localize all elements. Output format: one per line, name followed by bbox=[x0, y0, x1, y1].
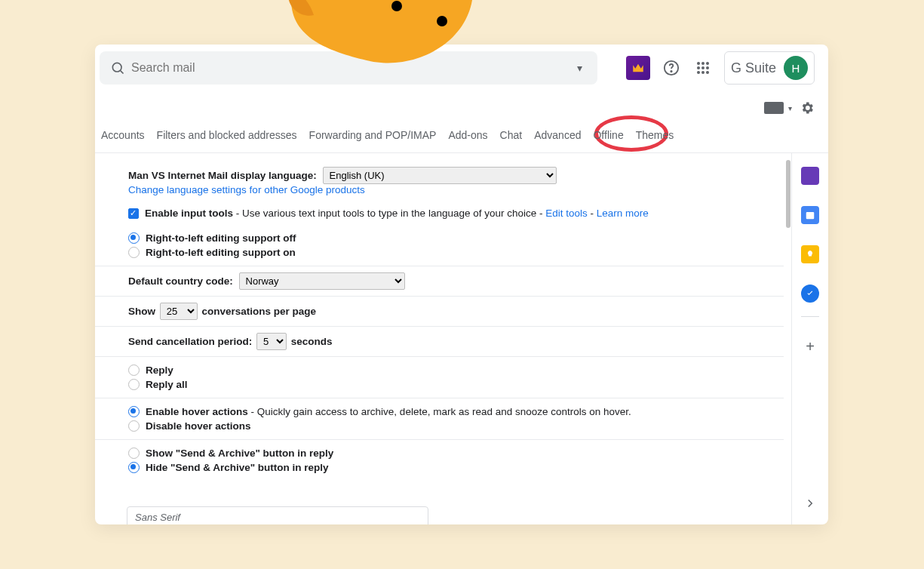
page-size-prefix: Show bbox=[128, 306, 155, 317]
header: ▾ G Suite H bbox=[95, 45, 828, 91]
reply-radio[interactable] bbox=[128, 364, 140, 376]
change-language-link[interactable]: Change language settings for other Googl… bbox=[128, 184, 365, 195]
reply-label: Reply bbox=[146, 364, 173, 376]
setting-page-size: Show 25 conversations per page bbox=[95, 297, 784, 327]
reply-all-label: Reply all bbox=[146, 379, 188, 390]
settings-toolbar: ▾ bbox=[95, 91, 828, 125]
sidepanel-divider bbox=[801, 316, 819, 317]
gsuite-account-switcher[interactable]: G Suite H bbox=[724, 51, 815, 85]
svg-point-5 bbox=[701, 62, 705, 65]
send-archive-show-radio[interactable] bbox=[128, 448, 140, 459]
send-archive-hide-radio[interactable] bbox=[128, 462, 140, 473]
svg-point-8 bbox=[701, 66, 705, 69]
svg-point-0 bbox=[112, 63, 121, 72]
formatting-strip[interactable]: Sans Serif bbox=[127, 506, 428, 524]
hover-enable-desc: - Quickly gain access to archive, delete… bbox=[248, 406, 631, 417]
tab-offline[interactable]: Offline bbox=[593, 125, 623, 146]
setting-hover-actions: Enable hover actions - Quickly gain acce… bbox=[95, 398, 784, 440]
input-tools-row[interactable]: Enable input tools - Use various text in… bbox=[128, 206, 784, 220]
learn-more-link[interactable]: Learn more bbox=[597, 208, 649, 219]
reply-all-radio[interactable] bbox=[128, 379, 140, 390]
setting-undo-send: Send cancellation period: 5 seconds bbox=[95, 327, 784, 357]
undo-send-label: Send cancellation period: bbox=[128, 336, 252, 347]
hover-disable-label: Disable hover actions bbox=[146, 420, 251, 432]
svg-line-1 bbox=[121, 71, 124, 74]
search-input[interactable] bbox=[131, 61, 566, 75]
language-select[interactable]: English (UK) bbox=[323, 167, 557, 184]
tab-forwarding[interactable]: Forwarding and POP/IMAP bbox=[309, 125, 437, 146]
language-label: Man VS Internet Mail display language: bbox=[128, 170, 317, 181]
svg-point-12 bbox=[706, 71, 709, 74]
send-archive-show-label: Show "Send & Archive" button in reply bbox=[146, 448, 333, 459]
svg-point-9 bbox=[706, 66, 709, 69]
tab-advanced[interactable]: Advanced bbox=[534, 125, 581, 146]
rtl-on-radio[interactable] bbox=[128, 247, 140, 258]
tasks-icon[interactable] bbox=[801, 284, 819, 303]
plus-icon[interactable]: + bbox=[806, 338, 815, 355]
page-size-suffix: conversations per page bbox=[202, 306, 317, 317]
avatar[interactable]: H bbox=[784, 56, 808, 80]
hover-disable-row[interactable]: Disable hover actions bbox=[128, 419, 784, 433]
font-name: Sans Serif bbox=[135, 512, 180, 523]
settings-tabs: Accounts Filters and blocked addresses F… bbox=[95, 125, 828, 153]
input-tools-checkbox[interactable] bbox=[128, 208, 139, 219]
undo-send-select[interactable]: 5 bbox=[256, 333, 287, 350]
country-code-label: Default country code: bbox=[128, 275, 233, 287]
svg-point-15 bbox=[437, 16, 447, 26]
svg-point-10 bbox=[697, 71, 700, 74]
svg-point-7 bbox=[697, 66, 700, 69]
input-tools-desc: - Use various text input tools to type i… bbox=[233, 208, 545, 219]
search-bar[interactable]: ▾ bbox=[100, 51, 597, 85]
undo-send-suffix: seconds bbox=[291, 336, 333, 347]
edit-tools-link[interactable]: Edit tools bbox=[545, 208, 588, 219]
search-options-dropdown-icon[interactable]: ▾ bbox=[566, 62, 593, 74]
input-tools-label: Enable input tools bbox=[145, 208, 233, 219]
hover-enable-row[interactable]: Enable hover actions - Quickly gain acce… bbox=[128, 404, 784, 419]
gear-icon[interactable] bbox=[797, 97, 818, 118]
rtl-off-row[interactable]: Right-to-left editing support off bbox=[128, 231, 784, 245]
setting-default-reply: Reply Reply all bbox=[95, 357, 784, 398]
setting-send-archive: Show "Send & Archive" button in reply Hi… bbox=[95, 440, 784, 481]
chevron-down-icon[interactable]: ▾ bbox=[788, 104, 792, 112]
svg-point-3 bbox=[671, 71, 671, 72]
content-wrap: Man VS Internet Mail display language: E… bbox=[95, 153, 828, 524]
apps-grid-icon[interactable] bbox=[692, 57, 714, 78]
hover-enable-radio[interactable] bbox=[128, 406, 140, 417]
rtl-off-radio[interactable] bbox=[128, 232, 140, 244]
crown-badge-icon[interactable] bbox=[626, 56, 650, 80]
send-archive-hide-row[interactable]: Hide "Send & Archive" button in reply bbox=[128, 460, 784, 475]
send-archive-hide-label: Hide "Send & Archive" button in reply bbox=[146, 462, 329, 473]
rtl-off-label: Right-to-left editing support off bbox=[146, 232, 296, 244]
country-code-select[interactable]: Norway bbox=[239, 272, 405, 290]
hover-enable-label: Enable hover actions bbox=[146, 406, 248, 417]
settings-content[interactable]: Man VS Internet Mail display language: E… bbox=[95, 153, 792, 524]
input-method-icon[interactable] bbox=[764, 102, 784, 114]
svg-point-4 bbox=[697, 62, 700, 65]
calendar-icon[interactable] bbox=[801, 206, 819, 224]
keep-icon[interactable] bbox=[801, 245, 819, 263]
search-icon bbox=[104, 60, 131, 75]
side-panel: + bbox=[792, 153, 828, 524]
scrollbar[interactable] bbox=[786, 160, 790, 228]
reply-row[interactable]: Reply bbox=[128, 363, 784, 377]
reply-all-row[interactable]: Reply all bbox=[128, 377, 784, 392]
svg-point-11 bbox=[701, 71, 705, 74]
tab-addons[interactable]: Add-ons bbox=[448, 125, 487, 146]
hover-disable-radio[interactable] bbox=[128, 420, 140, 432]
svg-point-6 bbox=[706, 62, 709, 65]
support-icon[interactable] bbox=[661, 57, 682, 78]
tab-accounts[interactable]: Accounts bbox=[101, 125, 145, 146]
tab-themes[interactable]: Themes bbox=[636, 125, 674, 146]
rtl-on-row[interactable]: Right-to-left editing support on bbox=[128, 245, 784, 260]
tab-filters[interactable]: Filters and blocked addresses bbox=[157, 125, 297, 146]
gsuite-label: G Suite bbox=[731, 60, 776, 76]
tab-chat[interactable]: Chat bbox=[500, 125, 523, 146]
header-actions: G Suite H bbox=[626, 51, 815, 85]
svg-point-14 bbox=[391, 1, 402, 11]
chevron-right-icon[interactable] bbox=[800, 493, 821, 514]
send-archive-show-row[interactable]: Show "Send & Archive" button in reply bbox=[128, 446, 784, 460]
page-size-select[interactable]: 25 bbox=[160, 303, 198, 320]
setting-country-code: Default country code: Norway bbox=[95, 266, 784, 297]
gmail-settings-window: ▾ G Suite H ▾ Accounts Filters a bbox=[95, 45, 828, 524]
sidepanel-addon-icon[interactable] bbox=[801, 167, 819, 185]
